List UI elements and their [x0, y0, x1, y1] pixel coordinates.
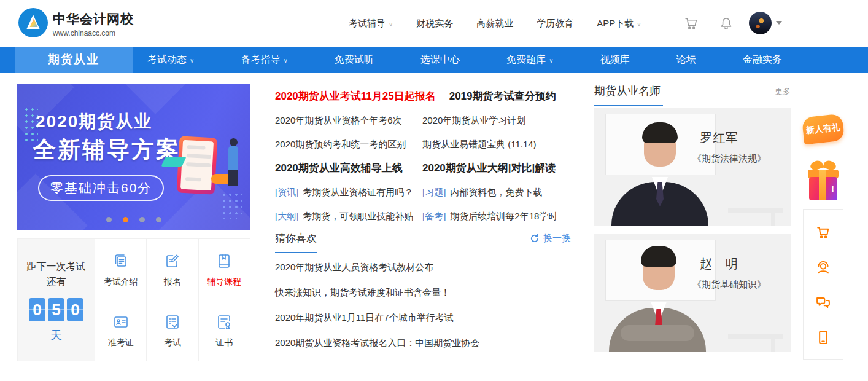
teacher-card[interactable]: 赵 明 《期货基础知识》: [594, 234, 791, 352]
tab-video-library[interactable]: 视频库: [600, 53, 630, 66]
carousel-dot[interactable]: [106, 217, 112, 222]
admission-card-icon: [112, 313, 130, 331]
exam-intro-icon: [112, 252, 130, 270]
news-link[interactable]: [备考]期货后续培训每2年18学时: [422, 210, 557, 223]
shortcut-grid: 考试介绍 报名 辅导课程 准考证 考试 证书: [95, 239, 250, 361]
float-menu: [803, 209, 843, 360]
news-row: 2020期货预约考和统一考的区别 期货从业易错题宝典 (11.14): [275, 138, 572, 151]
topnav-item-academic-education[interactable]: 学历教育: [537, 18, 573, 29]
tab-free-trial[interactable]: 免费试听: [335, 53, 374, 66]
page: 中华会计网校 www.chinaacc.com 考试辅导∨ 财税实务 高薪就业 …: [0, 0, 868, 381]
guess-item[interactable]: 2020年期货从业1月11日在7个城市举行考试: [275, 311, 571, 324]
guess-item[interactable]: 2020年期货从业人员资格考试教材公布: [275, 261, 571, 274]
guess-section-header: 猜你喜欢 换一换: [275, 231, 571, 253]
countdown-digit: 5: [48, 298, 64, 321]
tab-exam-news[interactable]: 考试动态∨: [147, 53, 194, 66]
tab-course-center[interactable]: 选课中心: [420, 53, 460, 66]
guess-item[interactable]: 2020期货从业资格考试报名入口：中国期货业协会: [275, 336, 571, 350]
countdown-label-line1: 距下一次考试: [18, 259, 95, 274]
refresh-button[interactable]: 换一换: [530, 232, 571, 244]
cart-icon[interactable]: [683, 15, 700, 34]
news-link[interactable]: 2020期货从业考试11月25日起报名: [275, 90, 436, 103]
countdown-digit: 0: [67, 298, 83, 321]
topnav-item-high-salary-jobs[interactable]: 高薪就业: [476, 18, 513, 29]
certificate-icon: [215, 313, 233, 331]
tab-forum[interactable]: 论坛: [676, 53, 696, 66]
countdown-label-line2: 还有: [18, 274, 95, 289]
topnav-item-exam-tutoring[interactable]: 考试辅导∨: [349, 18, 393, 29]
tab-futures-active[interactable]: 期货从业: [15, 47, 133, 73]
newuser-gift-badge[interactable]: 新人有礼: [802, 114, 845, 145]
guess-item[interactable]: 快来涨知识，期货考试难度和证书含金量！: [275, 286, 571, 299]
logo-url: www.chinaacc.com: [53, 29, 134, 37]
news-link[interactable]: 2020期货从业大纲|对比|解读: [422, 162, 556, 175]
news-link[interactable]: 2020年期货从业资格全年考6次: [275, 114, 422, 127]
news-tag: [备考]: [422, 211, 446, 221]
bell-icon[interactable]: [718, 15, 734, 34]
shortcut-course[interactable]: 辅导课程: [198, 239, 250, 300]
news-link[interactable]: 2020期货预约考和统一考的区别: [275, 138, 422, 151]
countdown-unit: 天: [18, 328, 95, 344]
cart-icon[interactable]: [815, 224, 832, 241]
chevron-down-icon: ∨: [637, 21, 641, 28]
guess-list: 2020年期货从业人员资格考试教材公布 快来涨知识，期货考试难度和证书含金量！ …: [275, 261, 571, 361]
tab-finance-practice[interactable]: 金融实务: [743, 53, 782, 66]
tab-free-question-bank[interactable]: 免费题库∨: [506, 53, 553, 66]
mobile-icon[interactable]: [815, 329, 832, 346]
logo[interactable]: 中华会计网校 www.chinaacc.com: [18, 8, 134, 40]
news-row: [大纲]考期货，可领职业技能补贴 [备考]期货后续培训每2年18学时: [275, 210, 572, 223]
banner-slogan-badge: 零基础冲击60分: [38, 175, 164, 201]
course-icon: [215, 252, 233, 270]
teacher-name: 赵 明: [700, 256, 738, 272]
more-link[interactable]: 更多: [775, 86, 791, 97]
news-link[interactable]: 2019期货考试查分预约: [449, 90, 556, 103]
chevron-down-icon: ∨: [389, 21, 393, 28]
shortcut-signup[interactable]: 报名: [146, 239, 198, 300]
header-divider: [662, 16, 662, 31]
tab-prep-guide[interactable]: 备考指导∨: [241, 53, 287, 66]
news-link[interactable]: [资讯]考期货从业资格证有用吗？: [275, 186, 422, 199]
signup-icon: [163, 252, 182, 270]
news-tag: [资讯]: [275, 187, 298, 197]
news-tag: [习题]: [422, 187, 446, 197]
news-link[interactable]: 2020期货从业高效辅导上线: [275, 162, 422, 175]
countdown-digit: 0: [29, 298, 45, 321]
news-row: 2020期货从业考试11月25日起报名 2019期货考试查分预约: [275, 90, 572, 103]
news-link[interactable]: [大纲]考期货，可领职业技能补贴: [275, 210, 422, 223]
news-row: 2020期货从业高效辅导上线 2020期货从业大纲|对比|解读: [275, 162, 572, 175]
avatar-chevron-down-icon[interactable]: [776, 21, 782, 25]
top-nav: 考试辅导∨ 财税实务 高薪就业 学历教育 APP下载∨: [349, 0, 641, 47]
countdown: 距下一次考试 还有 0 5 0 天: [18, 239, 95, 361]
news-link[interactable]: [习题]内部资料包，免费下载: [422, 186, 542, 199]
teachers-title: 期货从业名师: [594, 85, 661, 97]
carousel-dot[interactable]: [123, 217, 128, 222]
avatar[interactable]: [749, 12, 772, 34]
news-link[interactable]: 2020年期货从业学习计划: [422, 114, 525, 127]
teacher-course: 《期货法律法规》: [692, 153, 766, 165]
banner-title-line2: 全新辅导方案: [33, 135, 180, 165]
main-nav: 期货从业 考试动态∨ 备考指导∨ 免费试听 选课中心 免费题库∨ 视频库 论坛 …: [0, 47, 868, 73]
logo-title: 中华会计网校: [53, 10, 134, 28]
header: 中华会计网校 www.chinaacc.com 考试辅导∨ 财税实务 高薪就业 …: [0, 0, 868, 47]
countdown-digits: 0 5 0: [18, 298, 95, 321]
shortcut-certificate[interactable]: 证书: [198, 300, 250, 361]
guess-title: 猜你喜欢: [275, 231, 317, 245]
shortcut-admission-card[interactable]: 准考证: [95, 300, 146, 361]
news-row: [资讯]考期货从业资格证有用吗？ [习题]内部资料包，免费下载: [275, 186, 572, 199]
topnav-item-app-download[interactable]: APP下载∨: [597, 18, 641, 29]
exam-icon: [163, 313, 182, 331]
dot-pattern: [221, 192, 242, 219]
news-link[interactable]: 期货从业易错题宝典 (11.14): [422, 138, 537, 151]
refresh-icon: [530, 234, 540, 243]
phone-illustration: [177, 136, 218, 194]
chat-icon[interactable]: [815, 294, 832, 311]
topnav-item-tax-practice[interactable]: 财税实务: [416, 18, 453, 29]
carousel-dot[interactable]: [156, 217, 161, 222]
gift-icon[interactable]: !: [807, 161, 840, 202]
teacher-card[interactable]: 罗红军 《期货法律法规》: [594, 108, 791, 226]
carousel-dot[interactable]: [139, 217, 145, 222]
customer-service-icon[interactable]: [815, 259, 832, 276]
shortcut-exam-intro[interactable]: 考试介绍: [95, 239, 146, 300]
banner-carousel[interactable]: 2020期货从业 全新辅导方案 零基础冲击60分: [17, 84, 250, 230]
shortcut-exam[interactable]: 考试: [146, 300, 198, 361]
